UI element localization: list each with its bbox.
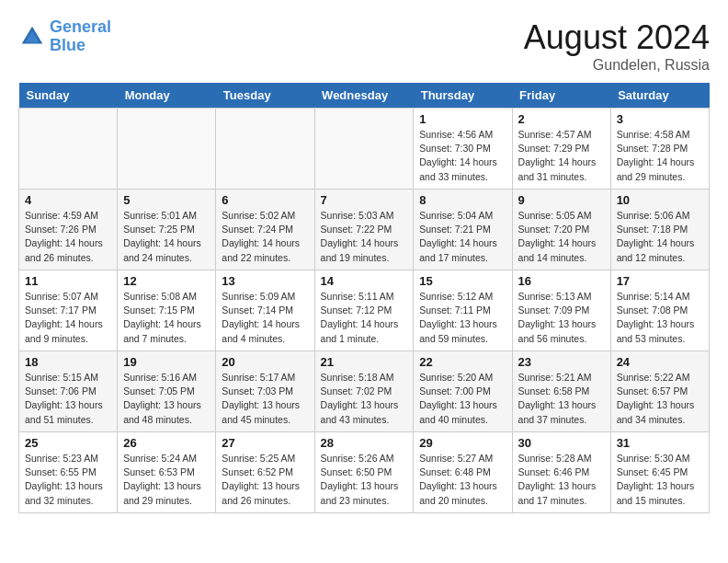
- calendar-cell: 12Sunrise: 5:08 AM Sunset: 7:15 PM Dayli…: [118, 270, 216, 351]
- header-monday: Monday: [118, 83, 216, 109]
- calendar-cell: 17Sunrise: 5:14 AM Sunset: 7:08 PM Dayli…: [610, 270, 709, 351]
- day-number: 4: [25, 193, 111, 207]
- calendar-cell: 25Sunrise: 5:23 AM Sunset: 6:55 PM Dayli…: [19, 432, 118, 513]
- header-friday: Friday: [512, 83, 610, 109]
- day-info: Sunrise: 5:27 AM Sunset: 6:48 PM Dayligh…: [419, 452, 506, 508]
- day-info: Sunrise: 5:06 AM Sunset: 7:18 PM Dayligh…: [617, 209, 703, 265]
- page-header: General Blue August 2024 Gundelen, Russi…: [18, 18, 710, 74]
- calendar-cell: [216, 109, 314, 190]
- day-number: 23: [518, 355, 605, 369]
- day-number: 12: [123, 274, 210, 288]
- day-info: Sunrise: 5:08 AM Sunset: 7:15 PM Dayligh…: [123, 290, 210, 346]
- calendar-cell: 21Sunrise: 5:18 AM Sunset: 7:02 PM Dayli…: [314, 351, 414, 432]
- week-row-2: 4Sunrise: 4:59 AM Sunset: 7:26 PM Daylig…: [19, 190, 710, 270]
- calendar-cell: 1Sunrise: 4:56 AM Sunset: 7:30 PM Daylig…: [414, 109, 512, 190]
- day-number: 3: [617, 112, 703, 126]
- calendar-cell: 14Sunrise: 5:11 AM Sunset: 7:12 PM Dayli…: [314, 270, 414, 351]
- day-number: 19: [123, 355, 210, 369]
- calendar-table: SundayMondayTuesdayWednesdayThursdayFrid…: [18, 83, 710, 513]
- day-info: Sunrise: 5:02 AM Sunset: 7:24 PM Dayligh…: [222, 209, 308, 265]
- day-number: 20: [222, 355, 308, 369]
- day-info: Sunrise: 4:58 AM Sunset: 7:28 PM Dayligh…: [617, 128, 703, 184]
- week-row-3: 11Sunrise: 5:07 AM Sunset: 7:17 PM Dayli…: [19, 270, 710, 351]
- day-number: 15: [419, 274, 506, 288]
- calendar-cell: 30Sunrise: 5:28 AM Sunset: 6:46 PM Dayli…: [512, 432, 610, 513]
- calendar-cell: 11Sunrise: 5:07 AM Sunset: 7:17 PM Dayli…: [19, 270, 118, 351]
- calendar-cell: 13Sunrise: 5:09 AM Sunset: 7:14 PM Dayli…: [216, 270, 314, 351]
- day-info: Sunrise: 5:22 AM Sunset: 6:57 PM Dayligh…: [617, 371, 703, 427]
- calendar-cell: 7Sunrise: 5:03 AM Sunset: 7:22 PM Daylig…: [314, 190, 414, 270]
- calendar-cell: 24Sunrise: 5:22 AM Sunset: 6:57 PM Dayli…: [610, 351, 709, 432]
- day-info: Sunrise: 5:25 AM Sunset: 6:52 PM Dayligh…: [222, 452, 308, 508]
- day-number: 27: [222, 436, 308, 450]
- day-info: Sunrise: 5:07 AM Sunset: 7:17 PM Dayligh…: [25, 290, 111, 346]
- week-row-1: 1Sunrise: 4:56 AM Sunset: 7:30 PM Daylig…: [19, 109, 710, 190]
- day-number: 1: [419, 112, 506, 126]
- day-info: Sunrise: 5:23 AM Sunset: 6:55 PM Dayligh…: [25, 452, 111, 508]
- day-number: 29: [419, 436, 506, 450]
- calendar-cell: [19, 109, 118, 190]
- day-info: Sunrise: 5:01 AM Sunset: 7:25 PM Dayligh…: [123, 209, 210, 265]
- calendar-cell: 3Sunrise: 4:58 AM Sunset: 7:28 PM Daylig…: [610, 109, 709, 190]
- calendar-cell: 22Sunrise: 5:20 AM Sunset: 7:00 PM Dayli…: [414, 351, 512, 432]
- calendar-cell: 8Sunrise: 5:04 AM Sunset: 7:21 PM Daylig…: [414, 190, 512, 270]
- day-info: Sunrise: 5:13 AM Sunset: 7:09 PM Dayligh…: [518, 290, 605, 346]
- day-info: Sunrise: 5:16 AM Sunset: 7:05 PM Dayligh…: [123, 371, 210, 427]
- day-number: 6: [222, 193, 308, 207]
- day-number: 25: [25, 436, 111, 450]
- day-info: Sunrise: 5:15 AM Sunset: 7:06 PM Dayligh…: [25, 371, 111, 427]
- calendar-cell: 27Sunrise: 5:25 AM Sunset: 6:52 PM Dayli…: [216, 432, 314, 513]
- day-info: Sunrise: 5:20 AM Sunset: 7:00 PM Dayligh…: [419, 371, 506, 427]
- day-info: Sunrise: 5:03 AM Sunset: 7:22 PM Dayligh…: [321, 209, 408, 265]
- day-number: 11: [25, 274, 111, 288]
- header-tuesday: Tuesday: [216, 83, 314, 109]
- day-info: Sunrise: 5:12 AM Sunset: 7:11 PM Dayligh…: [419, 290, 506, 346]
- day-info: Sunrise: 5:26 AM Sunset: 6:50 PM Dayligh…: [321, 452, 408, 508]
- day-number: 21: [321, 355, 408, 369]
- title-block: August 2024 Gundelen, Russia: [524, 18, 710, 74]
- day-info: Sunrise: 5:11 AM Sunset: 7:12 PM Dayligh…: [321, 290, 408, 346]
- calendar-cell: 16Sunrise: 5:13 AM Sunset: 7:09 PM Dayli…: [512, 270, 610, 351]
- day-info: Sunrise: 5:18 AM Sunset: 7:02 PM Dayligh…: [321, 371, 408, 427]
- week-row-5: 25Sunrise: 5:23 AM Sunset: 6:55 PM Dayli…: [19, 432, 710, 513]
- calendar-cell: 23Sunrise: 5:21 AM Sunset: 6:58 PM Dayli…: [512, 351, 610, 432]
- day-number: 9: [518, 193, 605, 207]
- calendar-cell: 26Sunrise: 5:24 AM Sunset: 6:53 PM Dayli…: [118, 432, 216, 513]
- day-number: 13: [222, 274, 308, 288]
- day-number: 24: [617, 355, 703, 369]
- calendar-cell: [314, 109, 414, 190]
- logo-icon: [18, 23, 46, 51]
- day-number: 31: [617, 436, 703, 450]
- day-info: Sunrise: 4:57 AM Sunset: 7:29 PM Dayligh…: [518, 128, 605, 184]
- calendar-cell: 4Sunrise: 4:59 AM Sunset: 7:26 PM Daylig…: [19, 190, 118, 270]
- calendar-cell: 19Sunrise: 5:16 AM Sunset: 7:05 PM Dayli…: [118, 351, 216, 432]
- calendar-cell: 5Sunrise: 5:01 AM Sunset: 7:25 PM Daylig…: [118, 190, 216, 270]
- day-number: 7: [321, 193, 408, 207]
- calendar-cell: 29Sunrise: 5:27 AM Sunset: 6:48 PM Dayli…: [414, 432, 512, 513]
- calendar-cell: 15Sunrise: 5:12 AM Sunset: 7:11 PM Dayli…: [414, 270, 512, 351]
- day-info: Sunrise: 5:04 AM Sunset: 7:21 PM Dayligh…: [419, 209, 506, 265]
- location: Gundelen, Russia: [524, 57, 710, 74]
- day-info: Sunrise: 5:09 AM Sunset: 7:14 PM Dayligh…: [222, 290, 308, 346]
- calendar-cell: 20Sunrise: 5:17 AM Sunset: 7:03 PM Dayli…: [216, 351, 314, 432]
- day-number: 8: [419, 193, 506, 207]
- week-row-4: 18Sunrise: 5:15 AM Sunset: 7:06 PM Dayli…: [19, 351, 710, 432]
- day-info: Sunrise: 5:21 AM Sunset: 6:58 PM Dayligh…: [518, 371, 605, 427]
- calendar-cell: 2Sunrise: 4:57 AM Sunset: 7:29 PM Daylig…: [512, 109, 610, 190]
- day-number: 22: [419, 355, 506, 369]
- calendar-cell: 10Sunrise: 5:06 AM Sunset: 7:18 PM Dayli…: [610, 190, 709, 270]
- header-wednesday: Wednesday: [314, 83, 414, 109]
- calendar-cell: 18Sunrise: 5:15 AM Sunset: 7:06 PM Dayli…: [19, 351, 118, 432]
- day-number: 10: [617, 193, 703, 207]
- day-info: Sunrise: 4:59 AM Sunset: 7:26 PM Dayligh…: [25, 209, 111, 265]
- day-number: 26: [123, 436, 210, 450]
- logo: General Blue: [18, 18, 111, 55]
- day-number: 18: [25, 355, 111, 369]
- day-number: 2: [518, 112, 605, 126]
- calendar-cell: 31Sunrise: 5:30 AM Sunset: 6:45 PM Dayli…: [610, 432, 709, 513]
- header-saturday: Saturday: [610, 83, 709, 109]
- day-info: Sunrise: 5:24 AM Sunset: 6:53 PM Dayligh…: [123, 452, 210, 508]
- day-number: 30: [518, 436, 605, 450]
- calendar-cell: 9Sunrise: 5:05 AM Sunset: 7:20 PM Daylig…: [512, 190, 610, 270]
- calendar-header-row: SundayMondayTuesdayWednesdayThursdayFrid…: [19, 83, 710, 109]
